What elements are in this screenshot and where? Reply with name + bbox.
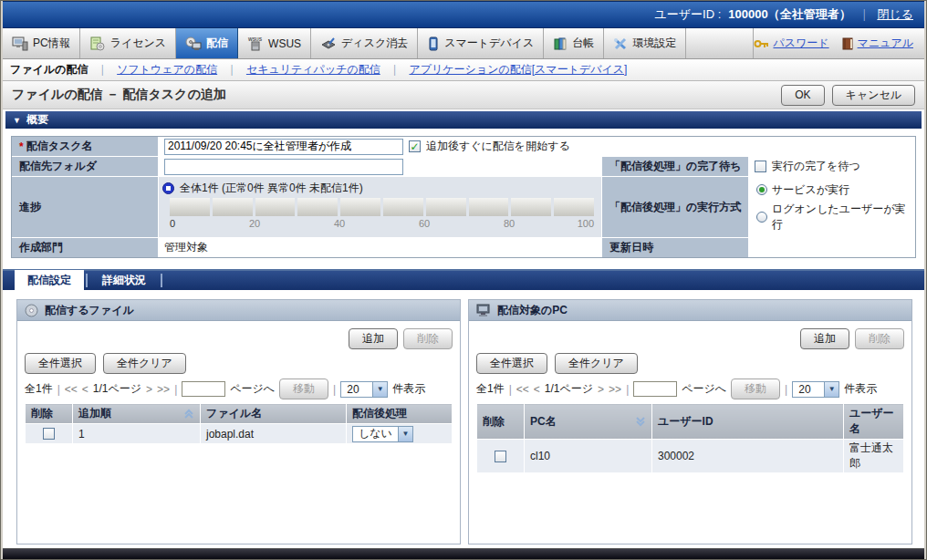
start-immediately-checkbox[interactable]: ✓ [409,140,421,152]
start-immediately-label: 追加後すぐに配信を開始する [426,139,570,154]
pcs-first-page[interactable]: << [516,383,529,396]
post-process-wait-label: 「配信後処理」の完了待ち [602,157,748,176]
files-next-page[interactable]: > [146,383,152,396]
nav-tab-pc-info[interactable]: PC情報 [3,28,80,58]
pcs-col-pc-name[interactable]: PC名 [525,404,652,440]
files-row-post-process-select[interactable]: しない ▼ [352,426,413,442]
disc-icon [25,304,38,317]
files-add-button[interactable]: 追加 [349,328,398,349]
pcs-per-page-select[interactable]: 20 ▼ [792,381,839,398]
overview-section-title: 概要 [26,112,48,128]
nav-right-links: パスワード マニュアル [753,28,924,58]
tab-detail-status[interactable]: 詳細状況 [89,270,159,290]
sort-asc-icon [183,409,194,420]
overview-form: * 配信タスク名 ✓ 追加後すぐに配信を開始する 配信先フォルダ 「配信後処理」… [11,136,916,258]
files-col-filename[interactable]: ファイル名 [201,404,347,424]
task-name-value-cell: ✓ 追加後すぐに配信を開始する [159,137,915,156]
files-pagination: 全1件 | << < 1/1ページ > >> | ページへ 移動 | 20 ▼ [25,379,453,399]
progress-segment [297,198,338,216]
dest-folder-input[interactable] [164,159,403,175]
pcs-row-user-name: 富士通太郎 [844,440,904,473]
axis-tick: 0 [170,218,175,229]
table-row: ✓ cl10 300002 富士通太郎 [477,440,904,473]
sub-nav: ファイルの配信 ｜ ソフトウェアの配信 ｜ セキュリティパッチの配信 ｜ アプリ… [3,59,924,81]
files-per-page-select[interactable]: 20 ▼ [340,381,388,398]
files-move-button[interactable]: 移動 [279,379,328,399]
user-id-label: ユーザーID : [654,6,721,23]
files-prev-page[interactable]: < [82,383,89,396]
task-name-label: * 配信タスク名 [12,137,158,156]
files-page-to-label: ページへ [230,381,275,397]
progress-bar [170,198,594,216]
files-last-page[interactable]: >> [157,383,170,396]
pcs-pagination: 全1件 | << < 1/1ページ > >> | ページへ 移動 | 20 ▼ [476,379,904,399]
nav-tab-settings[interactable]: 環境設定 [604,28,686,58]
close-link[interactable]: 閉じる [877,6,913,23]
pcs-select-all-button[interactable]: 全件選択 [476,353,547,374]
nav-tab-disk-erase[interactable]: ディスク消去 [311,28,418,58]
pcs-page-to-label: ページへ [682,381,726,397]
smart-device-icon [427,36,440,51]
progress-segment [340,198,380,216]
logged-on-user-exec-radio[interactable] [756,212,767,223]
manual-link[interactable]: マニュアル [842,36,913,51]
pcs-table: 削除 PC名 ユーザーID ユーザー名 ✓ cl10 300002 富士通太郎 [476,403,904,473]
subnav-link-application[interactable]: アプリケーションの配信[スマートデバイス] [409,62,627,78]
pcs-row-pc-name: cl10 [525,440,652,473]
created-dept-value: 管理対象 [159,238,601,257]
pcs-page-input[interactable] [633,381,677,397]
pagination-separator: | [57,383,60,396]
pcs-col-user-id[interactable]: ユーザーID [652,404,844,440]
files-page-input[interactable] [182,381,225,397]
cancel-button[interactable]: キャンセル [832,85,915,106]
nav-tab-wsus[interactable]: WSUS WSUS [238,28,311,58]
wait-completion-checkbox[interactable]: ✓ [755,161,766,172]
files-page-indicator: 1/1ページ [93,381,141,397]
progress-cell: 全体1件 (正常0件 異常0件 未配信1件) 0 20 40 60 80 100 [159,177,601,237]
task-name-input[interactable] [164,139,403,155]
pcs-last-page[interactable]: >> [609,383,621,396]
window: ユーザーID : 100000（全社管理者） ｜ 閉じる PC情報 ライセンス … [0,0,927,560]
disk-erase-icon [320,36,337,51]
password-link[interactable]: パスワード [754,36,828,51]
nav-tab-smart-device[interactable]: スマートデバイス [418,28,544,58]
required-mark: * [19,140,24,153]
files-clear-all-button[interactable]: 全件クリア [103,353,186,374]
pcs-row-delete-checkbox[interactable]: ✓ [495,451,506,462]
wsus-server-icon: WSUS [247,36,264,51]
files-first-page[interactable]: << [65,383,78,396]
files-col-post-process[interactable]: 配信後処理 [347,404,453,424]
post-process-wait-value-cell: ✓ 実行の完了を待つ [749,157,915,176]
pcs-prev-page[interactable]: < [534,383,540,396]
pcs-col-user-name[interactable]: ユーザー名 [844,404,904,440]
updated-at-label: 更新日時 [602,238,748,257]
files-delete-button[interactable]: 削除 [403,328,453,349]
subnav-link-software[interactable]: ソフトウェアの配信 [117,62,217,78]
pcs-move-button[interactable]: 移動 [731,379,780,399]
pagination-separator: | [174,383,177,396]
nav-tab-distribution[interactable]: 配信 [176,28,238,58]
files-col-order[interactable]: 追加順 [73,404,201,424]
pcs-next-page[interactable]: > [598,383,604,396]
pcs-page-indicator: 1/1ページ [545,381,593,397]
pcs-add-button[interactable]: 追加 [800,328,849,349]
nav-tab-ledger[interactable]: 台帳 [544,28,604,58]
tab-distribution-settings[interactable]: 配信設定 [15,270,84,290]
progress-segment [213,198,253,216]
files-select-all-button[interactable]: 全件選択 [25,353,96,374]
progress-segment [426,198,466,216]
overview-section-header[interactable]: ▼ 概要 [5,111,922,129]
subnav-link-security-patch[interactable]: セキュリティパッチの配信 [246,62,380,78]
files-row-delete-checkbox[interactable]: ✓ [43,428,55,440]
files-row-filename: jobapl.dat [201,424,347,444]
chevron-down-icon: ▼ [372,382,387,397]
pc-icon [12,36,28,51]
dest-folder-label: 配信先フォルダ [12,157,158,176]
pcs-delete-button[interactable]: 削除 [855,328,904,349]
nav-tab-license[interactable]: ライセンス [80,28,176,58]
ok-button[interactable]: OK [781,85,824,106]
progress-status-icon [162,182,174,194]
pcs-clear-all-button[interactable]: 全件クリア [555,353,638,374]
service-exec-radio[interactable] [756,184,767,195]
nav-tab-label: PC情報 [33,36,70,51]
